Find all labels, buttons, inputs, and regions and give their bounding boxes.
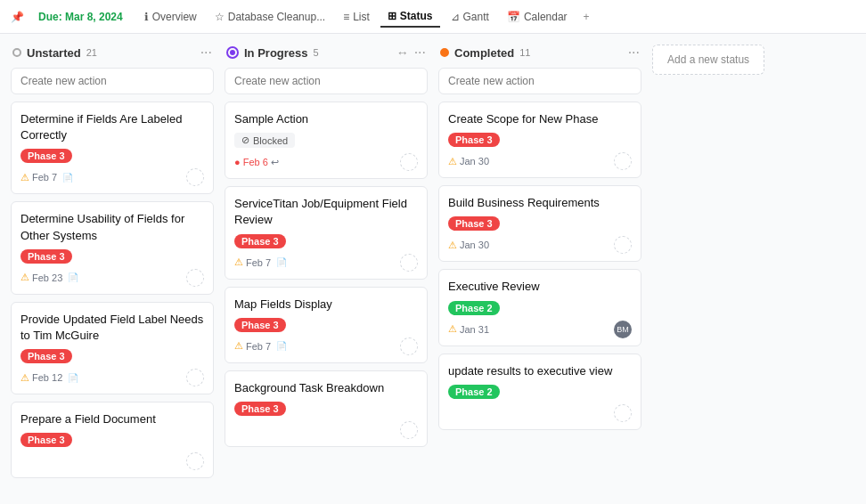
doc-icon-c7: 📄 — [276, 341, 287, 351]
card-c4[interactable]: Prepare a Field Document Phase 3 — [11, 402, 214, 478]
nav-add[interactable]: + — [578, 7, 595, 27]
warn-icon-c3: ⚠ — [20, 372, 29, 384]
star-icon: ☆ — [215, 11, 225, 23]
column-title-unstarted: Unstarted 21 — [12, 46, 97, 60]
column-unstarted: Unstarted 21 ··· Determine if Fields Are… — [11, 45, 214, 493]
due-date: Due: Mar 8, 2024 — [38, 11, 123, 23]
nav-calendar[interactable]: 📅 Calendar — [500, 7, 575, 27]
doc-icon-c6: 📄 — [276, 257, 287, 267]
app-container: 📌 Due: Mar 8, 2024 ℹ Overview ☆ Database… — [0, 0, 866, 504]
avatar-c12 — [614, 404, 632, 422]
column-menu-completed[interactable]: ··· — [628, 45, 640, 61]
info-icon: ℹ — [144, 11, 149, 23]
card-c1[interactable]: Determine if Fields Are Labeled Correctl… — [11, 102, 214, 194]
create-action-completed[interactable] — [438, 68, 641, 94]
warn-icon-c1: ⚠ — [20, 172, 29, 183]
doc-icon-c2: 📄 — [68, 272, 78, 282]
nav-list[interactable]: ≡ List — [336, 7, 377, 27]
warn-icon-c2: ⚠ — [20, 272, 29, 283]
status-icon: ⊞ — [388, 10, 396, 22]
warn-icon-c6: ⚠ — [234, 256, 243, 268]
card-c3[interactable]: Provide Updated Field Label Needs to Tim… — [11, 302, 214, 394]
warn-icon-c9: ⚠ — [448, 156, 457, 167]
top-bar: 📌 Due: Mar 8, 2024 ℹ Overview ☆ Database… — [0, 0, 866, 34]
cards-completed: Create Scope for New Phase Phase 3 ⚠ Jan… — [438, 102, 641, 493]
column-header-inprogress: In Progress 5 ↔ ··· — [225, 45, 428, 61]
nav-gantt[interactable]: ⊿ Gantt — [444, 7, 496, 27]
avatar-c7 — [400, 337, 418, 355]
column-header-unstarted: Unstarted 21 ··· — [11, 45, 214, 61]
create-action-inprogress[interactable] — [225, 68, 428, 94]
blocked-badge: ⊘ Blocked — [234, 133, 295, 148]
completed-dot — [440, 48, 449, 57]
card-c8[interactable]: Background Task Breakdown Phase 3 — [225, 370, 428, 447]
column-header-completed: Completed 11 ··· — [438, 45, 641, 61]
card-c12[interactable]: update results to executive view Phase 2 — [438, 354, 641, 430]
unstarted-dot — [12, 48, 21, 57]
add-status-button[interactable]: Add a new status — [652, 45, 764, 75]
doc-icon-c1: 📄 — [62, 173, 73, 183]
nav-overview[interactable]: ℹ Overview — [137, 7, 204, 27]
column-completed: Completed 11 ··· Create Scope for New Ph… — [438, 45, 641, 493]
column-title-inprogress: In Progress 5 — [226, 46, 319, 60]
warn-icon-c11: ⚠ — [448, 323, 457, 335]
avatar-c1 — [186, 168, 204, 186]
avatar-c4 — [186, 452, 204, 470]
warn-icon-c7: ⚠ — [234, 340, 243, 352]
avatar-c5 — [400, 153, 418, 171]
create-action-unstarted[interactable] — [11, 68, 214, 94]
avatar-c3 — [186, 369, 204, 386]
pin-icon: 📌 — [11, 11, 24, 23]
nav-status[interactable]: ⊞ Status — [380, 6, 440, 28]
calendar-icon: 📅 — [507, 11, 520, 23]
cards-unstarted: Determine if Fields Are Labeled Correctl… — [11, 102, 214, 493]
column-menu-unstarted[interactable]: ··· — [200, 45, 212, 61]
doc-icon-c3: 📄 — [68, 373, 78, 383]
nav-bar: ℹ Overview ☆ Database Cleanup... ≡ List … — [137, 6, 595, 28]
overdue-icon-c5: ● — [234, 157, 241, 167]
list-icon: ≡ — [343, 11, 349, 23]
cards-inprogress: Sample Action ⊘ Blocked ● Feb 6 ↩ — [225, 102, 428, 493]
avatar-c2 — [186, 269, 204, 287]
card-c7[interactable]: Map Fields Display Phase 3 ⚠ Feb 7 📄 — [225, 287, 428, 363]
avatar-c8 — [400, 421, 418, 439]
block-icon: ⊘ — [241, 134, 249, 146]
card-c6[interactable]: ServiceTitan Job/Equipment Field Review … — [225, 186, 428, 279]
warn-icon-c10: ⚠ — [448, 240, 457, 251]
inprogress-dot — [226, 46, 239, 59]
column-menu-inprogress[interactable]: ··· — [414, 45, 426, 61]
avatar-c10 — [614, 236, 632, 254]
nav-database[interactable]: ☆ Database Cleanup... — [208, 7, 332, 27]
column-inprogress: In Progress 5 ↔ ··· Sample Action ⊘ Bloc… — [225, 45, 428, 493]
gantt-icon: ⊿ — [451, 11, 460, 23]
card-c9[interactable]: Create Scope for New Phase Phase 3 ⚠ Jan… — [438, 102, 641, 178]
card-c2[interactable]: Determine Usability of Fields for Other … — [11, 201, 214, 294]
avatar-c9 — [614, 152, 632, 170]
card-c10[interactable]: Build Business Requirements Phase 3 ⚠ Ja… — [438, 185, 641, 262]
kanban-board: Unstarted 21 ··· Determine if Fields Are… — [0, 34, 866, 504]
avatar-c6 — [400, 254, 418, 272]
card-c11[interactable]: Executive Review Phase 2 ⚠ Jan 31 BM — [438, 269, 641, 345]
expand-icons[interactable]: ↔ — [396, 45, 409, 60]
column-title-completed: Completed 11 — [440, 46, 530, 60]
avatar-c11: BM — [614, 321, 632, 338]
card-c5[interactable]: Sample Action ⊘ Blocked ● Feb 6 ↩ — [225, 102, 428, 179]
